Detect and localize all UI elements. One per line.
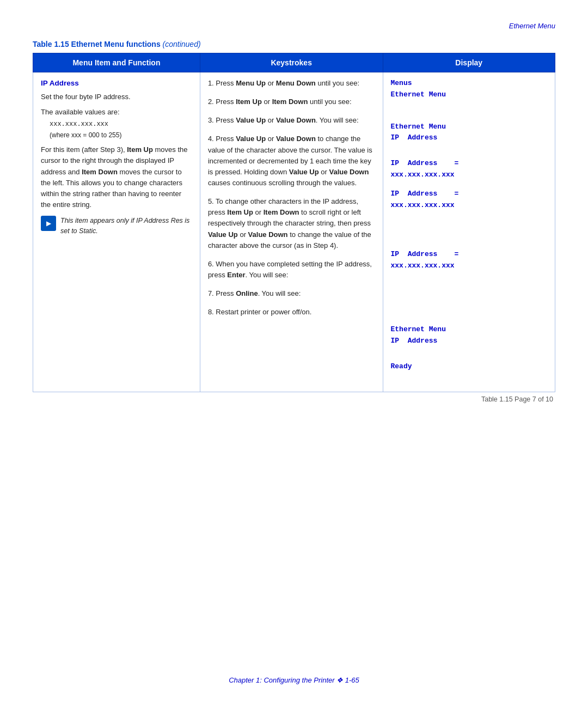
- step-7: 7. Press Online. You will see:: [208, 288, 375, 299]
- step-1: 1. Press Menu Up or Menu Down until you …: [208, 78, 375, 89]
- display-step-4: IP Address =xxx.xxx.xxx.xxx: [391, 188, 547, 211]
- step-2: 2. Press Item Up or Item Down until you …: [208, 96, 375, 107]
- table-row: IP Address Set the four byte IP address.…: [33, 72, 555, 392]
- step-4: 4. Press Value Up or Value Down to chang…: [208, 133, 375, 188]
- menu-desc3: For this item (after Step 3), Item Up mo…: [41, 144, 192, 210]
- col-header-display: Display: [383, 53, 555, 72]
- table-title-text: Table 1.15 Ethernet Menu functions: [33, 40, 161, 48]
- display-step-7: Ready: [391, 361, 547, 373]
- display-cell: MenusEthernet Menu Ethernet MenuIP Addre…: [383, 72, 555, 392]
- table-title-continued: (continued): [163, 40, 201, 48]
- display-step-3: IP Address =xxx.xxx.xxx.xxx: [391, 158, 547, 181]
- menu-item-cell: IP Address Set the four byte IP address.…: [33, 72, 200, 392]
- page-bottom-footer: Chapter 1: Configuring the Printer ❖ 1-6…: [0, 676, 588, 684]
- note-icon: [41, 216, 56, 231]
- col-header-menu: Menu Item and Function: [33, 53, 200, 72]
- page-header: Ethernet Menu: [33, 22, 555, 30]
- header-title: Ethernet Menu: [509, 22, 555, 30]
- display-step-6: Ethernet MenuIP Address: [391, 324, 547, 347]
- step-6: 6. When you have completed setting the I…: [208, 259, 375, 281]
- menu-desc1: Set the four byte IP address.: [41, 92, 192, 102]
- menu-desc2: The available values are:: [41, 107, 192, 118]
- keystrokes-cell: 1. Press Menu Up or Menu Down until you …: [200, 72, 383, 392]
- table-title: Table 1.15 Ethernet Menu functions (cont…: [33, 40, 555, 48]
- table-header-row: Menu Item and Function Keystrokes Displa…: [33, 53, 555, 72]
- col-header-keys: Keystrokes: [200, 53, 383, 72]
- step-5: 5. To change other characters in the IP …: [208, 196, 375, 251]
- addr-format: xxx.xxx.xxx.xxx: [50, 119, 192, 129]
- main-table: Menu Item and Function Keystrokes Displa…: [33, 53, 555, 392]
- step-8: 8. Restart printer or power off/on.: [208, 307, 375, 318]
- display-step-5: IP Address =xxx.xxx.xxx.xxx: [391, 249, 547, 272]
- display-step-1: MenusEthernet Menu: [391, 78, 547, 101]
- display-step-2: Ethernet MenuIP Address: [391, 121, 547, 144]
- note-text: This item appears only if IP Address Res…: [60, 216, 192, 236]
- table-page-footer: Table 1.15 Page 7 of 10: [33, 395, 555, 403]
- note-box: This item appears only if IP Address Res…: [41, 216, 192, 236]
- ip-address-title: IP Address: [41, 78, 192, 89]
- addr-range: (where xxx = 000 to 255): [50, 130, 192, 140]
- step-3: 3. Press Value Up or Value Down. You wil…: [208, 115, 375, 126]
- bottom-footer-text: Chapter 1: Configuring the Printer ❖ 1-6…: [229, 676, 359, 684]
